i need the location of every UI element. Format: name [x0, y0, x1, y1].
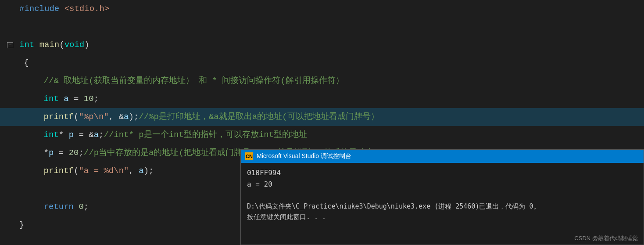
code-editor: #include <stdio.h> − int main(void) { //… [0, 0, 644, 245]
debug-output-address: 010FF994 [247, 167, 637, 179]
code-line-4: { [0, 54, 644, 72]
code-line-5: //& 取地址(获取当前变量的内存地址） 和 * 间接访问操作符(解引用操作符） [0, 72, 644, 90]
debug-output-value: a = 20 [247, 179, 637, 190]
code-line-7: printf("%p\n", &a);//%p是打印地址，&a就是取出a的地址(… [0, 108, 644, 126]
debug-console-body: 010FF994 a = 20 D:\代码文件夹\C_Practice\niuk… [241, 163, 644, 227]
collapse-box[interactable]: − [7, 42, 13, 48]
code-content-8: int* p = &a;//int* p是一个int型的指针，可以存放int型的… [24, 126, 307, 144]
code-content-3: int main(void) [19, 36, 89, 54]
code-content-13: } [19, 216, 24, 234]
csdn-watermark: CSDN @敲着代码想睡觉 [574, 234, 638, 242]
code-content-1: #include <stdio.h> [19, 0, 109, 18]
line-prefix-3: − [7, 42, 19, 48]
code-content-10: printf("a = %d\n", a); [24, 162, 154, 180]
code-line-1: #include <stdio.h> [0, 0, 644, 18]
debug-output-blank [247, 190, 637, 201]
vs-icon: CN [245, 152, 253, 160]
code-line-3: − int main(void) [0, 36, 644, 54]
code-line-2 [0, 18, 644, 36]
code-line-8: int* p = &a;//int* p是一个int型的指针，可以存放int型的… [0, 126, 644, 144]
code-content-5: //& 取地址(获取当前变量的内存地址） 和 * 间接访问操作符(解引用操作符） [24, 72, 344, 90]
debug-output-exit: D:\代码文件夹\C_Practice\niuke3\Debug\niuke3.… [247, 201, 637, 212]
debug-press-key: 按任意键关闭此窗口. . . [247, 212, 637, 222]
code-content-6: int a = 10; [24, 90, 99, 108]
code-content-12: return 0; [24, 198, 89, 216]
debug-console-titlebar: CN Microsoft Visual Studio 调试控制台 [241, 150, 644, 163]
code-content-4: { [24, 54, 29, 72]
debug-console: CN Microsoft Visual Studio 调试控制台 010FF99… [240, 149, 644, 245]
vs-icon-label: CN [246, 154, 253, 159]
code-line-6: int a = 10; [0, 90, 644, 108]
code-content-7: printf("%p\n", &a);//%p是打印地址，&a就是取出a的地址(… [24, 108, 379, 126]
debug-console-title: Microsoft Visual Studio 调试控制台 [257, 152, 351, 160]
